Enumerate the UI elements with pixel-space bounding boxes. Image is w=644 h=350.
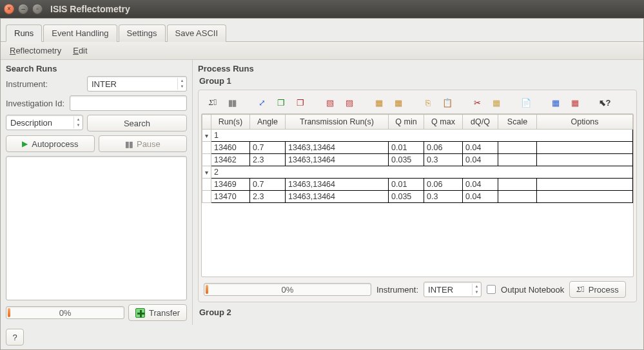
tab-bar: Runs Event Handling Settings Save ASCII	[1, 19, 643, 42]
help-button[interactable]: ?	[6, 329, 24, 345]
expand-icon[interactable]: ⤢	[254, 95, 269, 110]
cell-angle[interactable]: 0.7	[250, 142, 286, 154]
insert-group-icon[interactable]: ▦	[391, 95, 406, 110]
insert-row-icon[interactable]: ▦	[371, 95, 387, 110]
window-title: ISIS Reflectometry	[50, 4, 130, 14]
pause-icon: ▮▮	[125, 139, 133, 149]
col-qmax[interactable]: Q max	[424, 115, 463, 130]
duplicate-red-icon[interactable]: ❐	[293, 95, 308, 110]
cell-runs[interactable]: 13460	[211, 142, 250, 154]
table-group-header[interactable]: 2	[211, 166, 633, 179]
play-icon: ▶	[22, 139, 28, 148]
window-frame: Runs Event Handling Settings Save ASCII …	[0, 18, 644, 350]
tab-runs[interactable]: Runs	[6, 24, 42, 42]
chevron-updown-icon[interactable]: ▲▼	[73, 117, 83, 128]
pause-icon[interactable]: ▮▮	[224, 95, 240, 110]
tab-event-handling[interactable]: Event Handling	[43, 24, 117, 42]
close-icon[interactable]: ×	[4, 4, 14, 14]
table-group-header[interactable]: 1	[211, 130, 633, 142]
cell-trans[interactable]: 13463,13464	[286, 154, 389, 166]
table-row[interactable]: 134690.713463,134640.010.060.04	[202, 179, 633, 191]
cell-qmax[interactable]: 0.3	[424, 191, 463, 203]
cell-runs[interactable]: 13470	[211, 191, 250, 203]
chevron-updown-icon[interactable]: ▲▼	[177, 78, 186, 90]
search-progress: 0%	[6, 306, 124, 319]
tab-settings[interactable]: Settings	[119, 24, 166, 42]
date-red-icon[interactable]: ▦	[567, 95, 583, 110]
instrument-select[interactable]: INTER ▲▼	[87, 76, 187, 92]
search-results-list[interactable]	[6, 156, 187, 300]
menu-edit[interactable]: Edit	[73, 46, 87, 55]
cell-qmin[interactable]: 0.035	[389, 191, 424, 203]
cell-qmax[interactable]: 0.06	[424, 179, 463, 191]
maximize-icon[interactable]: ▫	[32, 4, 43, 14]
col-options[interactable]: Options	[537, 115, 633, 130]
group2-label: Group 2	[199, 307, 637, 317]
cell-dq[interactable]: 0.04	[463, 154, 498, 166]
cell-scale[interactable]	[498, 142, 537, 154]
investigation-label: Investigation Id:	[6, 99, 66, 108]
cell-qmin[interactable]: 0.01	[389, 142, 424, 154]
table-row[interactable]: 134600.713463,134640.010.060.04	[202, 142, 633, 154]
process-button[interactable]: Σ͟ Process	[569, 281, 625, 298]
cell-qmin[interactable]: 0.01	[389, 179, 424, 191]
transfer-button[interactable]: Transfer	[128, 304, 187, 321]
cell-trans[interactable]: 13463,13464	[286, 179, 389, 191]
autoprocess-button[interactable]: ▶ Autoprocess	[6, 135, 95, 152]
cell-trans[interactable]: 13463,13464	[286, 142, 389, 154]
process-instrument-select[interactable]: INTER ▲▼	[424, 282, 482, 297]
process-instrument-label: Instrument:	[376, 285, 418, 295]
investigation-input[interactable]	[70, 95, 187, 111]
cell-options[interactable]	[537, 142, 633, 154]
expand-toggle[interactable]: ▾	[202, 166, 211, 179]
plot-multi-icon[interactable]: ▨	[342, 95, 357, 110]
cell-trans[interactable]: 13463,13464	[286, 191, 389, 203]
expand-toggle[interactable]: ▾	[202, 130, 211, 142]
pause-button[interactable]: ▮▮ Pause	[99, 135, 188, 152]
search-mode-select[interactable]: Description ▲▼	[6, 115, 83, 130]
output-notebook-checkbox[interactable]	[487, 285, 496, 294]
cell-dq[interactable]: 0.04	[463, 179, 498, 191]
cell-qmax[interactable]: 0.3	[424, 154, 463, 166]
cell-angle[interactable]: 2.3	[250, 191, 286, 203]
cell-scale[interactable]	[498, 179, 537, 191]
cell-runs[interactable]: 13462	[211, 154, 250, 166]
date-icon[interactable]: ▦	[548, 95, 563, 110]
cell-qmin[interactable]: 0.035	[389, 154, 424, 166]
cell-runs[interactable]: 13469	[211, 179, 250, 191]
cell-scale[interactable]	[498, 191, 537, 203]
cell-angle[interactable]: 0.7	[250, 179, 286, 191]
cell-scale[interactable]	[498, 154, 537, 166]
cell-qmax[interactable]: 0.06	[424, 142, 463, 154]
col-qmin[interactable]: Q min	[389, 115, 424, 130]
cell-angle[interactable]: 2.3	[250, 154, 286, 166]
col-scale[interactable]: Scale	[498, 115, 537, 130]
copy-icon[interactable]: ⎘	[420, 95, 436, 110]
paste-icon[interactable]: 📋	[440, 95, 455, 110]
tab-save-ascii[interactable]: Save ASCII	[167, 24, 226, 42]
minimize-icon[interactable]: –	[18, 4, 28, 14]
duplicate-green-icon[interactable]: ❐	[273, 95, 289, 110]
col-angle[interactable]: Angle	[250, 115, 286, 130]
plot-icon[interactable]: ▧	[322, 95, 338, 110]
col-trans[interactable]: Transmission Run(s)	[286, 115, 389, 130]
cut-icon[interactable]: ✂	[469, 95, 485, 110]
cell-dq[interactable]: 0.04	[463, 142, 498, 154]
cell-options[interactable]	[537, 179, 633, 191]
runs-table[interactable]: Run(s) Angle Transmission Run(s) Q min Q…	[201, 113, 634, 277]
process-icon[interactable]: Σ͟	[205, 95, 220, 110]
table-row[interactable]: 134622.313463,134640.0350.30.04	[202, 154, 633, 166]
cell-options[interactable]	[537, 191, 633, 203]
notebook-icon[interactable]: 📄	[518, 95, 534, 110]
chevron-updown-icon[interactable]: ▲▼	[472, 284, 481, 295]
group1-box: Σ͟ ▮▮ ⤢ ❐ ❐ ▧ ▨ ▦ ▦ ⎘ 📋 ✂	[198, 90, 637, 302]
cell-options[interactable]	[537, 154, 633, 166]
col-dq[interactable]: dQ/Q	[463, 115, 498, 130]
table-row[interactable]: 134702.313463,134640.0350.30.04	[202, 191, 633, 203]
cell-dq[interactable]: 0.04	[463, 191, 498, 203]
clear-icon[interactable]: ▦	[489, 95, 504, 110]
whatsthis-icon[interactable]: ⬉?	[597, 95, 612, 110]
menu-reflectometry[interactable]: Reflectometry	[10, 46, 61, 55]
search-button[interactable]: Search	[87, 115, 187, 131]
col-runs[interactable]: Run(s)	[211, 115, 250, 130]
